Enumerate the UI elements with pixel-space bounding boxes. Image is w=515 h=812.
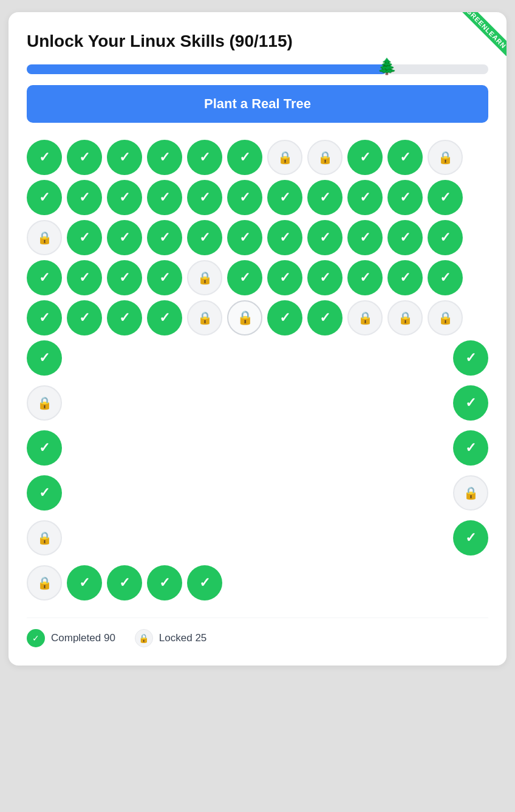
skill-item[interactable]: ✓ [27,140,62,175]
grid-row: ✓ ✓ [27,430,488,466]
grid-row: ✓ ✓ ✓ ✓ ✓ ✓ 🔒 🔒 ✓ ✓ 🔒 [27,140,488,175]
skill-item[interactable]: ✓ [187,565,222,600]
page-title: Unlock Your Linux Skills (90/115) [27,32,488,51]
skill-item[interactable]: ✓ [67,565,102,600]
skill-item-locked[interactable]: 🔒 [187,300,222,335]
main-card: GREENLEARN Unlock Your Linux Skills (90/… [9,12,506,666]
legend-locked-label: Locked 25 [159,632,206,644]
skill-item[interactable]: ✓ [27,300,62,335]
skill-item[interactable]: ✓ [307,180,343,215]
skill-item[interactable]: ✓ [227,180,262,215]
progress-bar-fill [27,64,387,74]
grid-row: ✓ 🔒 [27,475,488,511]
skill-item-locked[interactable]: 🔒 [27,565,62,600]
grid-row: 🔒 ✓ ✓ ✓ ✓ [27,565,488,600]
skill-item[interactable]: ✓ [347,220,383,255]
skill-item-locked[interactable]: 🔒 [453,475,488,511]
skill-item[interactable]: ✓ [227,260,262,295]
skill-item[interactable]: ✓ [147,260,182,295]
legend-check-icon: ✓ [27,629,45,647]
skill-item[interactable]: ✓ [387,260,423,295]
skill-item[interactable]: ✓ [307,220,343,255]
skill-item[interactable]: ✓ [67,260,102,295]
skill-item[interactable]: ✓ [227,140,262,175]
skill-item-locked[interactable]: 🔒 [387,300,423,335]
badge-label: GREENLEARN [459,12,506,56]
legend-lock-icon: 🔒 [135,629,153,647]
skill-item[interactable]: ✓ [27,340,62,376]
skill-item[interactable]: ✓ [147,140,182,175]
skill-item[interactable]: ✓ [347,260,383,295]
skill-item[interactable]: ✓ [187,140,222,175]
skill-item-locked[interactable]: 🔒 [428,140,463,175]
skill-item[interactable]: ✓ [267,220,302,255]
grid-row: ✓ ✓ [27,340,488,376]
skill-item[interactable]: ✓ [107,220,142,255]
skill-item[interactable]: ✓ [107,300,142,335]
grid-row: 🔒 ✓ ✓ ✓ ✓ ✓ ✓ ✓ ✓ ✓ ✓ [27,220,488,255]
skill-item[interactable]: ✓ [387,220,423,255]
skill-item-locked[interactable]: 🔒 [267,140,302,175]
skill-item-locked[interactable]: 🔒 [428,300,463,335]
skill-item-locked[interactable]: 🔒 [187,260,222,295]
skill-item[interactable]: ✓ [267,260,302,295]
skill-item[interactable]: ✓ [347,140,383,175]
skill-item[interactable]: ✓ [387,180,423,215]
skill-item[interactable]: ✓ [428,220,463,255]
grid-row: ✓ ✓ ✓ ✓ 🔒 🔒 ✓ ✓ 🔒 🔒 🔒 [27,300,488,335]
skill-item[interactable]: ✓ [307,300,343,335]
skill-item[interactable]: ✓ [67,220,102,255]
skill-item[interactable]: ✓ [387,140,423,175]
skill-item[interactable]: ✓ [453,385,488,421]
skill-item[interactable]: ✓ [267,180,302,215]
skill-item[interactable]: ✓ [67,300,102,335]
skill-item[interactable]: ✓ [27,475,62,511]
skill-item-locked-dark[interactable]: 🔒 [227,300,262,335]
corner-badge: GREENLEARN [452,12,506,67]
skill-item[interactable]: ✓ [147,180,182,215]
skill-item[interactable]: ✓ [428,180,463,215]
skill-item[interactable]: ✓ [453,340,488,376]
grid-row: 🔒 ✓ [27,520,488,556]
legend-completed: ✓ Completed 90 [27,629,115,647]
grid-row: ✓ ✓ ✓ ✓ ✓ ✓ ✓ ✓ ✓ ✓ ✓ [27,180,488,215]
skill-item[interactable]: ✓ [347,180,383,215]
legend: ✓ Completed 90 🔒 Locked 25 [27,618,488,647]
skill-item-locked[interactable]: 🔒 [27,385,62,421]
skill-item[interactable]: ✓ [187,180,222,215]
progress-bar-container: 🌲 [27,64,488,74]
skill-item-locked[interactable]: 🔒 [27,220,62,255]
legend-completed-label: Completed 90 [51,632,115,644]
grid-row: ✓ ✓ ✓ ✓ 🔒 ✓ ✓ ✓ ✓ ✓ ✓ [27,260,488,295]
skill-item[interactable]: ✓ [147,565,182,600]
skill-item[interactable]: ✓ [67,140,102,175]
skill-item[interactable]: ✓ [267,300,302,335]
skill-item-locked[interactable]: 🔒 [27,520,62,556]
skills-grid: ✓ ✓ ✓ ✓ ✓ ✓ 🔒 🔒 ✓ ✓ 🔒 ✓ ✓ ✓ ✓ ✓ ✓ ✓ ✓ ✓ … [27,140,488,600]
legend-locked: 🔒 Locked 25 [135,629,206,647]
skill-item[interactable]: ✓ [107,140,142,175]
skill-item[interactable]: ✓ [107,565,142,600]
skill-item[interactable]: ✓ [147,220,182,255]
grid-row: 🔒 ✓ [27,385,488,421]
skill-item[interactable]: ✓ [428,260,463,295]
skill-item[interactable]: ✓ [453,520,488,556]
skill-item[interactable]: ✓ [147,300,182,335]
skill-item[interactable]: ✓ [27,260,62,295]
skill-item[interactable]: ✓ [107,180,142,215]
skill-item[interactable]: ✓ [453,430,488,466]
skill-item[interactable]: ✓ [227,220,262,255]
plant-tree-button[interactable]: Plant a Real Tree [27,85,488,123]
skill-item[interactable]: ✓ [307,260,343,295]
skill-item[interactable]: ✓ [27,180,62,215]
progress-tree-icon: 🌲 [377,57,397,76]
skill-item[interactable]: ✓ [187,220,222,255]
skill-item[interactable]: ✓ [107,260,142,295]
skill-item[interactable]: ✓ [27,430,62,466]
skill-item[interactable]: ✓ [67,180,102,215]
skill-item-locked[interactable]: 🔒 [307,140,343,175]
skill-item-locked[interactable]: 🔒 [347,300,383,335]
